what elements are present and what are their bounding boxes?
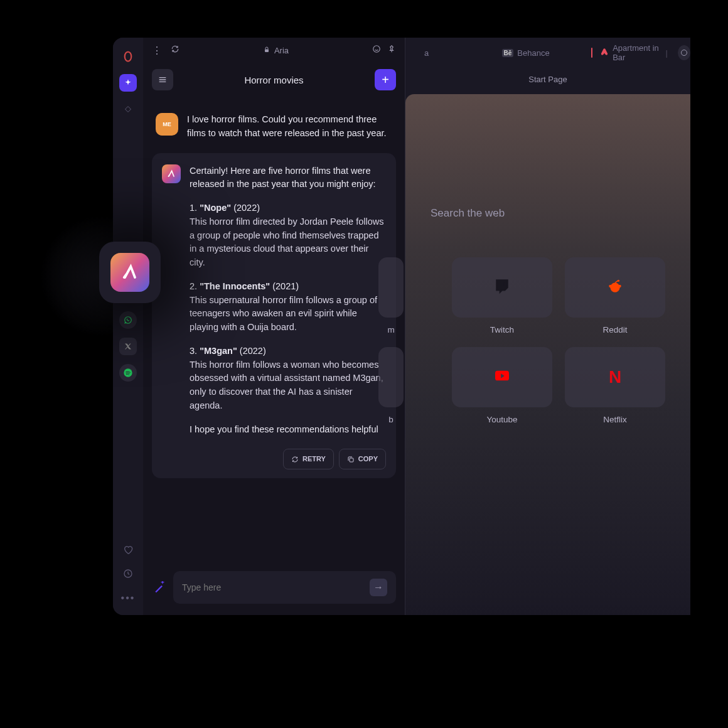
user-message-text: I love horror films. Could you recommend… xyxy=(187,113,392,141)
x-twitter-icon[interactable] xyxy=(119,338,137,355)
user-avatar: ME xyxy=(156,113,178,136)
speed-dial-netflix[interactable]: N Netflix xyxy=(565,347,665,424)
new-chat-button[interactable]: + xyxy=(375,69,396,90)
svg-point-0 xyxy=(125,52,132,62)
aria-chat-header: Horror movies + xyxy=(143,63,405,99)
reload-icon[interactable] xyxy=(171,45,179,56)
address-label: Aria xyxy=(274,46,289,55)
smiley-icon[interactable] xyxy=(372,45,381,56)
behance-icon: Bē xyxy=(502,49,514,57)
heart-icon[interactable] xyxy=(123,545,133,557)
opera-logo-icon[interactable] xyxy=(119,48,137,65)
aria-avatar-icon xyxy=(162,164,181,183)
twitch-icon xyxy=(494,278,510,297)
send-button[interactable]: → xyxy=(370,579,387,596)
whatsapp-icon[interactable] xyxy=(119,311,137,329)
ai-message-actions: RETRY COPY xyxy=(190,449,386,469)
svg-rect-3 xyxy=(265,49,269,52)
new-tab-button[interactable] xyxy=(678,45,690,60)
speed-dial-grid: m Twitch Reddit b Youtube xyxy=(431,257,665,424)
speed-dial-youtube[interactable]: Youtube xyxy=(452,347,552,424)
svg-point-8 xyxy=(609,285,611,287)
kebab-icon[interactable]: ⋮ xyxy=(152,45,162,56)
aria-floating-badge[interactable] xyxy=(99,242,161,303)
reddit-icon xyxy=(607,278,623,297)
tab-active-indicator xyxy=(591,48,592,58)
svg-point-4 xyxy=(373,46,380,53)
aria-logo-icon xyxy=(110,253,149,292)
tab-bar: a Bē Behance Apartment in Bar | xyxy=(405,43,690,63)
speed-dial-reddit[interactable]: Reddit xyxy=(565,257,665,335)
retry-button[interactable]: RETRY xyxy=(283,449,334,469)
svg-point-7 xyxy=(610,283,619,292)
browser-window: ••• ⋮ Aria Horror movies + xyxy=(113,38,690,615)
tab-behance[interactable]: Bē Behance xyxy=(502,46,550,60)
airbnb-icon xyxy=(600,48,609,58)
tab-unknown[interactable]: a xyxy=(424,46,429,60)
netflix-icon: N xyxy=(609,367,621,387)
youtube-icon xyxy=(493,369,511,385)
chat-input[interactable] xyxy=(182,582,370,592)
tab-airbnb[interactable]: Apartment in Bar xyxy=(591,41,661,65)
diamond-icon[interactable] xyxy=(119,100,137,118)
lock-icon xyxy=(263,46,270,55)
user-message: ME I love horror films. Could you recomm… xyxy=(152,105,396,153)
chat-input-row: → xyxy=(143,564,405,615)
spotify-icon[interactable] xyxy=(119,364,137,382)
speed-dial-item[interactable]: b xyxy=(343,347,439,424)
copy-button[interactable]: COPY xyxy=(339,449,386,469)
menu-button[interactable] xyxy=(152,69,173,90)
browser-main-area: a Bē Behance Apartment in Bar | Start Pa… xyxy=(405,38,690,615)
svg-rect-5 xyxy=(350,458,353,462)
search-input-hint[interactable]: Search the web xyxy=(431,207,665,220)
speed-dial-twitch[interactable]: Twitch xyxy=(452,257,552,335)
start-page-label: Start Page xyxy=(405,75,690,84)
speed-dial-item[interactable]: m xyxy=(343,257,439,335)
svg-point-9 xyxy=(618,285,621,287)
ai-intro-text: Certainly! Here are five horror films th… xyxy=(190,164,386,192)
aria-address-bar: ⋮ Aria xyxy=(143,38,405,63)
ai-outro-text: I hope you find these recommendations he… xyxy=(190,423,386,437)
svg-point-6 xyxy=(681,50,687,56)
chat-title: Horror movies xyxy=(244,75,303,85)
more-icon[interactable]: ••• xyxy=(121,592,136,604)
ai-sparkle-icon[interactable] xyxy=(119,74,137,92)
clock-icon[interactable] xyxy=(123,569,133,581)
chat-input-container: → xyxy=(173,571,396,604)
left-sidebar: ••• xyxy=(113,38,143,615)
magic-wand-icon[interactable] xyxy=(152,580,167,595)
start-page-content: Search the web m Twitch Reddit b xyxy=(405,94,690,615)
pin-icon[interactable] xyxy=(387,45,396,56)
